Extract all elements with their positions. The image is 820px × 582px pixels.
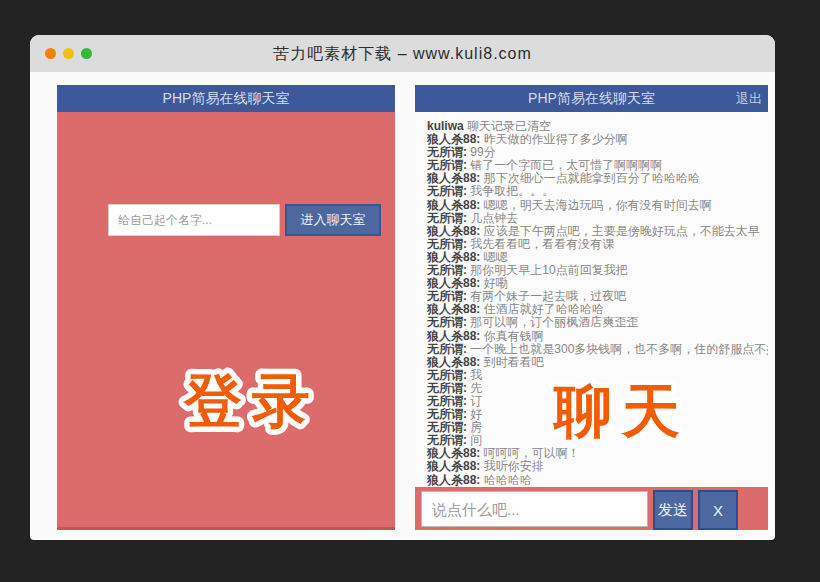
message-author: 无所谓: (427, 368, 467, 382)
message-author: 狼人杀88: (427, 473, 480, 487)
message-author: 无所谓: (427, 315, 467, 329)
message-text: 好 (467, 407, 482, 421)
message-author: 无所谓: (427, 145, 467, 159)
chat-panel-header: PHP简易在线聊天室 退出 (415, 85, 768, 112)
message-author: 狼人杀88: (427, 355, 480, 369)
message-text: 先 (467, 381, 482, 395)
message-author: 狼人杀88: (427, 198, 480, 212)
message-author: 无所谓: (427, 289, 467, 303)
message-author: 狼人杀88: (427, 224, 480, 238)
message-text: 你真有钱啊 (480, 329, 543, 343)
message-text: 那下次细心一点就能拿到百分了哈哈哈哈 (480, 171, 699, 185)
window-title: 苦力吧素材下载 – www.kuli8.com (30, 35, 775, 72)
message-input[interactable] (421, 491, 648, 527)
message-author: 无所谓: (427, 342, 467, 356)
chat-message-row: 狼人杀88: 哈哈哈哈 (427, 474, 756, 487)
message-text: 有两个妹子一起去哦，过夜吧 (467, 289, 626, 303)
message-author: 无所谓: (427, 237, 467, 251)
message-text: 一个晚上也就是300多块钱啊，也不多啊，住的舒服点不好吗 (467, 342, 768, 356)
message-text: 嗯嗯 (480, 250, 507, 264)
message-text: 那你明天早上10点前回复我把 (467, 263, 628, 277)
message-author: 狼人杀88: (427, 459, 480, 473)
message-text: 我听你安排 (480, 459, 543, 473)
enter-chatroom-button[interactable]: 进入聊天室 (285, 204, 381, 236)
browser-window: 苦力吧素材下载 – www.kuli8.com PHP简易在线聊天室 进入聊天室… (30, 35, 775, 540)
message-text: 好嘞 (480, 276, 507, 290)
login-panel-header: PHP简易在线聊天室 (57, 85, 395, 112)
message-text: 住酒店就好了哈哈哈哈 (480, 302, 603, 316)
message-author: 无所谓: (427, 394, 467, 408)
close-window-icon[interactable] (45, 48, 56, 59)
message-text: 我先看看吧，看看有没有课 (467, 237, 614, 251)
message-text: 应该是下午两点吧，主要是傍晚好玩点，不能去太早 (480, 224, 759, 238)
message-text: 我 (467, 368, 482, 382)
send-button[interactable]: 发送 (653, 490, 693, 530)
message-text: 几点钟去 (467, 211, 518, 225)
message-text: 呵呵呵，可以啊！ (480, 446, 579, 460)
message-author: 无所谓: (427, 433, 467, 447)
chat-input-bar: 发送 X (415, 487, 768, 530)
nickname-input[interactable] (108, 204, 280, 236)
message-author: 狼人杀88: (427, 171, 480, 185)
message-author: 无所谓: (427, 184, 467, 198)
message-author: 狼人杀88: (427, 446, 480, 460)
traffic-light-buttons (45, 48, 92, 59)
message-text: 间 (467, 433, 482, 447)
message-text: 99分 (467, 145, 496, 159)
page-content: PHP简易在线聊天室 进入聊天室 登录 PHP简易在线聊天室 退出 kuliwa… (30, 72, 775, 540)
chat-panel: PHP简易在线聊天室 退出 kuliwa 聊天记录已清空狼人杀88: 昨天做的作… (415, 85, 768, 530)
message-author: 无所谓: (427, 407, 467, 421)
message-text: 聊天记录已清空 (464, 119, 551, 133)
message-author: 狼人杀88: (427, 132, 480, 146)
minimize-window-icon[interactable] (63, 48, 74, 59)
chat-panel-title: PHP简易在线聊天室 (528, 90, 655, 106)
message-text: 我争取把。。。 (467, 184, 554, 198)
message-author: 狼人杀88: (427, 302, 480, 316)
message-text: 错了一个字而已，太可惜了啊啊啊啊 (467, 158, 662, 172)
message-author: 无所谓: (427, 211, 467, 225)
login-panel-body: 进入聊天室 (57, 112, 395, 530)
message-author: 无所谓: (427, 420, 467, 434)
message-author: 狼人杀88: (427, 250, 480, 264)
message-author: kuliwa (427, 119, 464, 133)
message-text: 到时看看吧 (480, 355, 543, 369)
message-author: 无所谓: (427, 263, 467, 277)
message-text: 那可以啊，订个丽枫酒店爽歪歪 (467, 315, 638, 329)
close-chat-button[interactable]: X (698, 490, 738, 530)
login-panel: PHP简易在线聊天室 进入聊天室 登录 (57, 85, 395, 530)
message-author: 无所谓: (427, 158, 467, 172)
message-text: 嗯嗯，明天去海边玩吗，你有没有时间去啊 (480, 198, 711, 212)
chat-messages: kuliwa 聊天记录已清空狼人杀88: 昨天做的作业得了多少分啊无所谓: 99… (415, 112, 768, 487)
message-text: 哈哈哈哈 (480, 473, 531, 487)
message-text: 订 (467, 394, 482, 408)
message-author: 狼人杀88: (427, 276, 480, 290)
window-titlebar: 苦力吧素材下载 – www.kuli8.com (30, 35, 775, 72)
maximize-window-icon[interactable] (81, 48, 92, 59)
message-author: 狼人杀88: (427, 329, 480, 343)
message-text: 房 (467, 420, 482, 434)
message-author: 无所谓: (427, 381, 467, 395)
message-text: 昨天做的作业得了多少分啊 (480, 132, 627, 146)
logout-button[interactable]: 退出 (736, 85, 762, 112)
